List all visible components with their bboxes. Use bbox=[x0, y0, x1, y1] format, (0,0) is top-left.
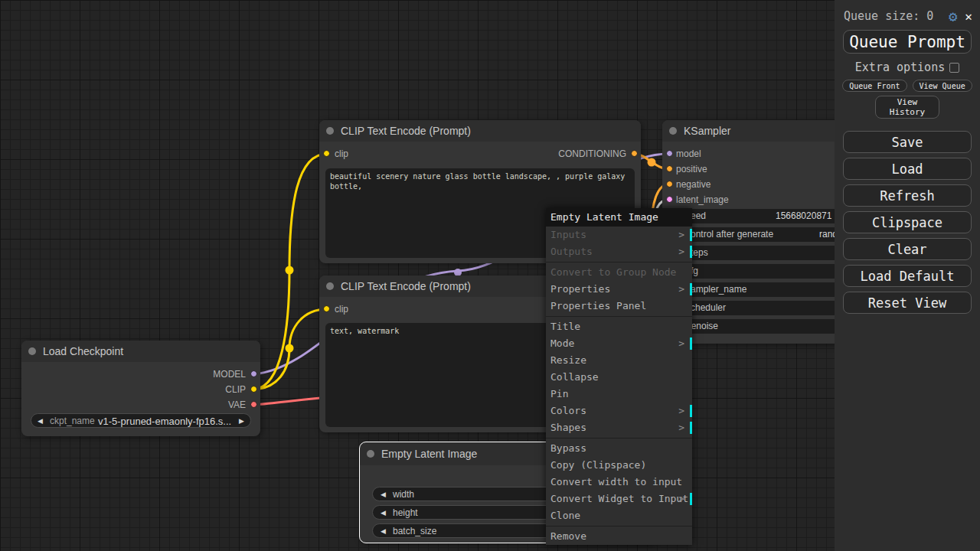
seed-widget[interactable]: seed 15668020871 bbox=[674, 209, 854, 223]
node-context-menu: Empty Latent Image Inputs> Outputs> Conv… bbox=[546, 208, 692, 545]
submenu-arrow-icon: > bbox=[678, 403, 684, 419]
menu-item-remove[interactable]: Remove bbox=[546, 528, 692, 545]
widget-label: control after generate bbox=[686, 230, 773, 240]
collapse-dot-icon[interactable] bbox=[367, 450, 374, 458]
menu-item-pin[interactable]: Pin bbox=[546, 386, 692, 403]
clip-input-slot[interactable] bbox=[323, 305, 330, 312]
menu-separator bbox=[546, 526, 692, 527]
widget-value: v1-5-pruned-emaonly-fp16.s... bbox=[98, 416, 231, 426]
widget-label: sampler_name bbox=[686, 285, 746, 295]
scheduler-widget[interactable]: scheduler bbox=[674, 301, 854, 315]
submenu-arrow-icon: > bbox=[678, 227, 684, 243]
widget-label: ckpt_name bbox=[50, 416, 95, 426]
latent-image-input-label: latent_image bbox=[676, 195, 729, 204]
queue-prompt-button[interactable]: Queue Prompt bbox=[843, 30, 972, 54]
ckpt-name-combo-widget[interactable]: ◀ ckpt_name v1-5-pruned-emaonly-fp16.s..… bbox=[31, 413, 251, 428]
clip-input-label: clip bbox=[335, 149, 348, 158]
steps-widget[interactable]: steps bbox=[674, 246, 854, 260]
menu-item-mode[interactable]: Mode> bbox=[546, 335, 692, 352]
menu-separator bbox=[546, 316, 692, 317]
collapse-dot-icon[interactable] bbox=[28, 347, 36, 355]
submenu-arrow-icon: > bbox=[678, 281, 684, 298]
vae-output-label: VAE bbox=[228, 400, 246, 409]
view-history-button[interactable]: View History bbox=[875, 96, 939, 119]
node-load-checkpoint[interactable]: Load Checkpoint MODEL CLIP VAE ◀ ckpt_na… bbox=[21, 341, 260, 436]
node-title-bar[interactable]: CLIP Text Encode (Prompt) bbox=[319, 120, 641, 142]
submenu-indicator bbox=[690, 337, 692, 350]
decrement-arrow-icon[interactable]: ◀ bbox=[381, 508, 386, 518]
clip-input-slot[interactable] bbox=[323, 150, 330, 157]
clip-output-slot[interactable] bbox=[250, 386, 257, 393]
submenu-indicator bbox=[690, 493, 692, 505]
submenu-indicator bbox=[690, 246, 692, 258]
widget-value: 15668020871 bbox=[776, 211, 831, 221]
menu-item-convert-widget-to-input[interactable]: Convert Widget to Input> bbox=[546, 491, 692, 507]
sampler-name-widget[interactable]: sampler_name bbox=[674, 282, 854, 297]
menu-item-inputs[interactable]: Inputs> bbox=[546, 227, 692, 243]
collapse-dot-icon[interactable] bbox=[326, 127, 334, 135]
menu-item-copy-clipspace[interactable]: Copy (Clipspace) bbox=[546, 457, 692, 474]
reset-view-button[interactable]: Reset View bbox=[843, 292, 972, 314]
vae-output-slot[interactable] bbox=[250, 401, 257, 408]
menu-item-collapse[interactable]: Collapse bbox=[546, 369, 692, 386]
node-title-bar[interactable]: Load Checkpoint bbox=[21, 341, 260, 362]
menu-item-shapes[interactable]: Shapes> bbox=[546, 419, 692, 436]
submenu-indicator bbox=[690, 229, 692, 241]
decrement-arrow-icon[interactable]: ◀ bbox=[381, 490, 386, 500]
menu-item-convert-to-group-node[interactable]: Convert to Group Node bbox=[546, 264, 692, 281]
model-output-slot[interactable] bbox=[250, 370, 257, 377]
menu-item-resize[interactable]: Resize bbox=[546, 352, 692, 369]
submenu-indicator bbox=[690, 405, 692, 417]
collapse-dot-icon[interactable] bbox=[669, 127, 677, 135]
context-menu-title: Empty Latent Image bbox=[546, 208, 692, 227]
submenu-indicator bbox=[690, 422, 692, 434]
load-default-button[interactable]: Load Default bbox=[843, 265, 972, 287]
submenu-arrow-icon: > bbox=[678, 335, 684, 352]
widget-label: height bbox=[393, 508, 418, 518]
clip-input-label: clip bbox=[335, 305, 348, 314]
menu-separator bbox=[546, 438, 692, 439]
decrement-arrow-icon[interactable]: ◀ bbox=[38, 416, 43, 426]
positive-input-slot[interactable] bbox=[666, 165, 673, 172]
menu-item-clone[interactable]: Clone bbox=[546, 507, 692, 524]
queue-front-button[interactable]: Queue Front bbox=[842, 80, 906, 92]
latent-image-input-slot[interactable] bbox=[666, 196, 673, 203]
menu-item-title[interactable]: Title bbox=[546, 318, 692, 335]
comfy-menu-panel: Queue size: 0 ⚙ ✕ Queue Prompt Extra opt… bbox=[835, 0, 980, 551]
node-title: Load Checkpoint bbox=[43, 345, 123, 357]
menu-item-outputs[interactable]: Outputs> bbox=[546, 243, 692, 260]
queue-size-label: Queue size: 0 bbox=[844, 9, 949, 23]
menu-item-colors[interactable]: Colors> bbox=[546, 403, 692, 419]
extra-options-label: Extra options bbox=[855, 60, 945, 74]
negative-input-slot[interactable] bbox=[666, 181, 673, 187]
control-after-generate-widget[interactable]: control after generate randomize bbox=[674, 227, 854, 242]
submenu-indicator bbox=[690, 283, 692, 295]
node-title: CLIP Text Encode (Prompt) bbox=[341, 280, 471, 292]
decrement-arrow-icon[interactable]: ◀ bbox=[381, 527, 386, 536]
menu-separator bbox=[546, 262, 692, 262]
submenu-arrow-icon: > bbox=[678, 419, 684, 436]
node-title: Empty Latent Image bbox=[381, 448, 477, 460]
settings-gear-icon[interactable]: ⚙ bbox=[949, 8, 957, 24]
collapse-dot-icon[interactable] bbox=[326, 282, 334, 290]
load-button[interactable]: Load bbox=[843, 158, 972, 180]
denoise-widget[interactable]: denoise bbox=[674, 319, 854, 334]
clipspace-button[interactable]: Clipspace bbox=[843, 211, 972, 233]
view-queue-button[interactable]: View Queue bbox=[913, 80, 972, 92]
node-title: KSampler bbox=[684, 125, 730, 137]
clear-button[interactable]: Clear bbox=[843, 238, 972, 260]
conditioning-output-slot[interactable] bbox=[631, 150, 638, 157]
menu-item-bypass[interactable]: Bypass bbox=[546, 440, 692, 457]
extra-options-checkbox[interactable] bbox=[949, 63, 959, 73]
menu-item-convert-width-to-input[interactable]: Convert width to input bbox=[546, 474, 692, 491]
model-input-slot[interactable] bbox=[666, 150, 673, 157]
node-title: CLIP Text Encode (Prompt) bbox=[341, 125, 471, 137]
menu-item-properties-panel[interactable]: Properties Panel bbox=[546, 298, 692, 315]
menu-item-properties[interactable]: Properties> bbox=[546, 281, 692, 298]
increment-arrow-icon[interactable]: ▶ bbox=[239, 416, 244, 426]
save-button[interactable]: Save bbox=[843, 131, 972, 153]
cfg-widget[interactable]: cfg bbox=[674, 264, 854, 279]
positive-input-label: positive bbox=[676, 165, 707, 174]
refresh-button[interactable]: Refresh bbox=[843, 184, 972, 207]
close-icon[interactable]: ✕ bbox=[965, 9, 972, 24]
